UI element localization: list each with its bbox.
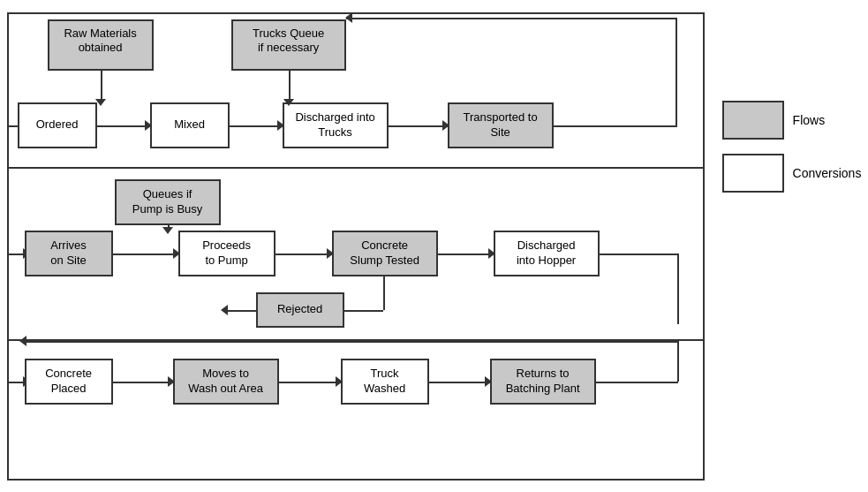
legend-conversions-label: Conversions — [793, 166, 862, 180]
section-middle: Queues if Pump is Busy Arrives on Site P… — [9, 169, 703, 341]
legend-conversions: Conversions — [722, 154, 862, 193]
legend: Flows Conversions — [722, 12, 862, 193]
box-discharged-trucks: Discharged into Trucks — [283, 102, 389, 148]
section-bottom: Concrete Placed Moves to Wash out Area T… — [9, 341, 703, 438]
main-diagram: Raw Materials obtained Trucks Queue if n… — [7, 12, 705, 481]
box-concrete-placed: Concrete Placed — [25, 359, 113, 405]
legend-flows-label: Flows — [793, 113, 826, 127]
box-rejected: Rejected — [256, 292, 344, 328]
box-queues-pump: Queues if Pump is Busy — [115, 179, 221, 225]
box-truck-washed: Truck Washed — [341, 359, 429, 405]
diagram-wrapper: Raw Materials obtained Trucks Queue if n… — [0, 4, 868, 489]
box-mixed: Mixed — [150, 102, 230, 148]
legend-flows-box — [722, 101, 784, 140]
box-trucks-queue: Trucks Queue if necessary — [231, 19, 346, 71]
legend-conversions-box — [722, 154, 784, 193]
box-discharged-hopper: Discharged into Hopper — [494, 231, 600, 276]
box-slump-tested: Concrete Slump Tested — [332, 231, 438, 276]
box-proceeds-pump: Proceeds to Pump — [178, 231, 275, 276]
box-ordered: Ordered — [18, 102, 97, 148]
section-top: Raw Materials obtained Trucks Queue if n… — [9, 14, 703, 169]
box-raw-materials: Raw Materials obtained — [48, 19, 154, 71]
box-arrives-site: Arrives on Site — [25, 231, 113, 276]
legend-flows: Flows — [722, 101, 862, 140]
box-wash-area: Moves to Wash out Area — [173, 359, 279, 405]
box-transported-site: Transported to Site — [448, 102, 554, 148]
box-returns-batching: Returns to Batching Plant — [490, 359, 596, 405]
